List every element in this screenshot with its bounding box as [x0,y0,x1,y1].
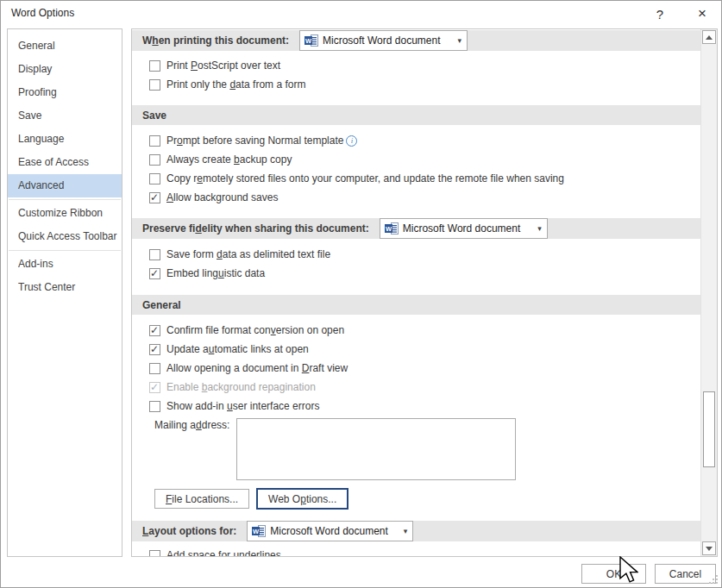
dropdown-value: Microsoft Word document [270,525,399,537]
checkbox[interactable] [149,192,160,203]
svg-text:W: W [305,37,312,45]
printing-document-dropdown[interactable]: W Microsoft Word document ▾ [299,30,468,51]
mailing-address-input[interactable] [236,418,516,480]
scroll-down-button[interactable] [702,541,716,555]
checkbox[interactable] [149,249,160,260]
checkbox[interactable] [149,550,160,557]
help-button[interactable]: ? [644,1,675,27]
word-options-dialog: Word Options ? × General Display Proofin… [0,0,722,588]
checkbox-label: Print only the data from a form [166,78,305,91]
checkbox [149,382,160,393]
sidebar-item-language[interactable]: Language [8,128,122,151]
section-header-save: Save [132,105,700,125]
checkbox[interactable] [149,173,160,185]
svg-text:W: W [386,225,392,233]
dropdown-value: Microsoft Word document [323,34,454,47]
checkbox[interactable] [149,60,160,72]
checkbox[interactable] [149,344,160,355]
checkbox-row-update-links[interactable]: Update automatic links at open [149,343,700,355]
sidebar-item-ease-of-access[interactable]: Ease of Access [8,151,122,174]
checkbox-row-form-data-delimited[interactable]: Save form data as delimited text file [149,248,700,260]
scrollbar-thumb[interactable] [703,391,715,467]
checkbox[interactable] [149,401,160,412]
dropdown-value: Microsoft Word document [403,222,534,235]
sidebar-item-customize-ribbon[interactable]: Customize Ribbon [8,202,122,225]
sidebar-item-quick-access-toolbar[interactable]: Quick Access Toolbar [8,225,122,248]
checkbox-label: Add space for underlines [166,549,281,556]
close-button[interactable]: × [686,1,719,27]
info-icon[interactable] [346,135,357,147]
checkbox[interactable] [149,325,160,336]
sidebar-item-trust-center[interactable]: Trust Center [8,276,122,299]
checkbox-row-background-saves[interactable]: Allow background saves [149,191,700,203]
word-document-icon: W [304,34,318,47]
checkbox[interactable] [149,268,160,279]
checkbox[interactable] [149,135,160,147]
buttons-row: File Locations... Web Options... [154,488,700,510]
sidebar-item-general[interactable]: General [8,34,122,58]
sidebar-item-save[interactable]: Save [8,104,122,128]
section-header-label: When printing this document: [142,34,289,47]
checkbox-label: Allow opening a document in Draft view [166,362,348,374]
section-header-label: General [142,299,181,311]
checkbox-label: Enable background repagination [166,381,316,393]
triangle-down-icon [706,547,713,551]
checkbox-row-background-repagination: Enable background repagination [149,381,700,393]
checkbox-row-backup-copy[interactable]: Always create backup copy [149,153,700,166]
word-document-icon: W [252,525,266,537]
sidebar-item-add-ins[interactable]: Add-ins [8,253,122,276]
checkbox[interactable] [149,154,160,166]
checkbox-label: Copy remotely stored files onto your com… [166,172,564,185]
chevron-down-icon: ▾ [457,36,461,45]
checkbox-label: Print PostScript over text [166,59,280,72]
checkbox-row-embed-linguistic[interactable]: Embed linguistic data [149,267,700,279]
section-header-general: General [132,295,700,315]
section-header-fidelity: Preserve fidelity when sharing this docu… [132,218,700,239]
section-header-label: Layout options for: [142,525,236,537]
checkbox-label: Prompt before saving Normal template [166,134,343,147]
checkbox-label: Update automatic links at open [166,343,309,355]
chevron-down-icon: ▾ [537,224,542,233]
checkbox-label: Confirm file format conversion on open [166,324,344,336]
checkbox-row-print-postscript[interactable]: Print PostScript over text [149,59,700,72]
file-locations-button[interactable]: File Locations... [154,489,249,509]
section-header-layout: Layout options for: W Microsoft Word doc… [132,521,700,541]
section-header-printing: When printing this document: W Microsoft… [132,30,700,51]
scroll-up-button[interactable] [702,30,716,44]
svg-text:W: W [253,528,260,535]
checkbox[interactable] [149,79,160,91]
sidebar-divider [9,199,121,200]
resize-grip[interactable] [708,574,719,585]
checkbox-label: Save form data as delimited text file [166,248,330,260]
sidebar-item-display[interactable]: Display [8,58,122,81]
layout-document-dropdown[interactable]: W Microsoft Word document ▾ [247,521,413,541]
checkbox-row-print-form-data[interactable]: Print only the data from a form [149,78,700,91]
checkbox-label: Always create backup copy [166,153,292,166]
mailing-address-row: Mailing address: [154,418,700,480]
window-title: Word Options [11,7,74,19]
checkbox-row-add-space-underlines[interactable]: Add space for underlines [149,549,700,556]
checkbox-label: Show add-in user interface errors [166,400,319,412]
checkbox-row-addin-errors[interactable]: Show add-in user interface errors [149,400,700,412]
sidebar-divider [9,250,121,251]
checkbox-label: Embed linguistic data [166,267,265,279]
section-header-label: Save [142,109,166,122]
ok-button[interactable]: OK [581,564,646,584]
section-header-label: Preserve fidelity when sharing this docu… [142,222,369,235]
scrollbar[interactable] [700,29,717,556]
sidebar: General Display Proofing Save Language E… [7,28,122,557]
checkbox[interactable] [149,363,160,374]
cancel-button[interactable]: Cancel [655,564,716,584]
checkbox-row-draft-view[interactable]: Allow opening a document in Draft view [149,362,700,374]
web-options-button[interactable]: Web Options... [256,488,348,510]
settings-panel: When printing this document: W Microsoft… [131,28,718,557]
sidebar-item-proofing[interactable]: Proofing [8,81,122,104]
word-document-icon: W [385,222,399,235]
checkbox-row-confirm-conversion[interactable]: Confirm file format conversion on open [149,324,700,336]
fidelity-document-dropdown[interactable]: W Microsoft Word document ▾ [380,218,548,239]
chevron-down-icon: ▾ [404,527,408,535]
checkbox-row-prompt-normal-template[interactable]: Prompt before saving Normal template [149,134,700,147]
sidebar-item-advanced[interactable]: Advanced [8,174,122,197]
checkbox-row-copy-remote-files[interactable]: Copy remotely stored files onto your com… [149,172,700,185]
mailing-address-label: Mailing address: [154,418,236,431]
